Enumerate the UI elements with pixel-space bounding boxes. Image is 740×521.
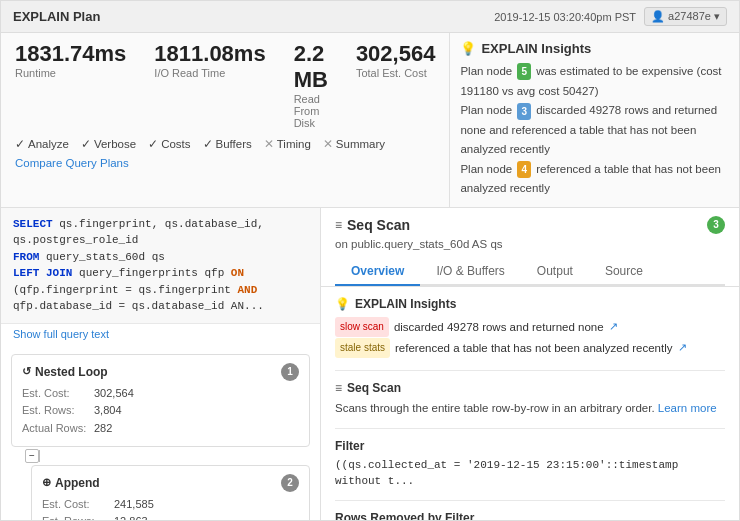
check-timing: ✕ Timing	[264, 137, 311, 151]
checkboxes-row: ✓ Analyze ✓ Verbose ✓ Costs ✓ Buffers	[15, 137, 435, 151]
insight-ext-link-2[interactable]: ↗	[678, 338, 687, 358]
sql-block: SELECT qs.fingerprint, qs.database_id, q…	[1, 208, 320, 324]
right-top: ≡ Seq Scan 3 on public.query_stats_60d A…	[321, 208, 739, 287]
node-nested-loop[interactable]: ↺ Nested Loop 1 Est. Cost:302,564 Est. R…	[11, 354, 310, 447]
show-full-query-link[interactable]: Show full query text	[1, 324, 320, 344]
check-summary: ✕ Summary	[323, 137, 385, 151]
metric-io-read: 1811.08ms I/O Read Time	[154, 41, 265, 129]
node-append[interactable]: ⊕ Append 2 Est. Cost:241,585 Est. Rows:1…	[31, 465, 310, 520]
insight-section: 💡 EXPLAIN Insights slow scan discarded 4…	[335, 297, 725, 358]
expand-btn-1[interactable]: −	[25, 449, 39, 463]
filter-section: Filter ((qs.collected_at = '2019-12-15 2…	[335, 439, 725, 490]
metric-cost: 302,564 Total Est. Cost	[356, 41, 436, 129]
user-badge[interactable]: 👤 a27487e ▾	[644, 7, 727, 26]
tab-overview[interactable]: Overview	[335, 258, 420, 286]
insights-title: 💡 EXPLAIN Insights	[460, 41, 725, 56]
compare-link[interactable]: Compare Query Plans	[15, 157, 129, 169]
rows-removed-title: Rows Removed by Filter	[335, 511, 725, 520]
insight-slow-scan: slow scan	[335, 317, 389, 337]
header-area: 1831.74ms Runtime 1811.08ms I/O Read Tim…	[1, 33, 739, 208]
learn-more-link[interactable]: Learn more	[658, 402, 717, 414]
tree-panel: ↺ Nested Loop 1 Est. Cost:302,564 Est. R…	[1, 344, 320, 520]
filter-value: ((qs.collected_at = '2019-12-15 23:15:00…	[335, 457, 725, 490]
main-content: SELECT qs.fingerprint, qs.database_id, q…	[1, 208, 739, 520]
divider-1	[335, 370, 725, 371]
title-bar-right: 2019-12-15 03:20:40pm PST 👤 a27487e ▾	[494, 7, 727, 26]
insights-body: Plan node 5 was estimated to be expensiv…	[460, 62, 725, 199]
right-body: 💡 EXPLAIN Insights slow scan discarded 4…	[321, 287, 739, 520]
seq-scan-desc: ≡ Seq Scan Scans through the entire tabl…	[335, 381, 725, 417]
check-verbose: ✓ Verbose	[81, 137, 136, 151]
divider-2	[335, 428, 725, 429]
tab-io-buffers[interactable]: I/O & Buffers	[420, 258, 520, 286]
on-line: on public.query_stats_60d AS qs	[335, 234, 725, 258]
metric-disk: 2.2 MB Read From Disk	[294, 41, 328, 129]
check-buffers: ✓ Buffers	[203, 137, 252, 151]
metrics-row: 1831.74ms Runtime 1811.08ms I/O Read Tim…	[15, 41, 435, 129]
seq-scan-icon: ≡	[335, 218, 342, 232]
right-panel: ≡ Seq Scan 3 on public.query_stats_60d A…	[321, 208, 739, 520]
insight-stale-stats: stale stats	[335, 338, 390, 358]
rows-removed-section: Rows Removed by Filter 49278	[335, 511, 725, 520]
tab-bar: Overview I/O & Buffers Output Source	[335, 258, 725, 286]
metric-runtime: 1831.74ms Runtime	[15, 41, 126, 129]
window-title: EXPLAIN Plan	[13, 9, 100, 24]
divider-3	[335, 500, 725, 501]
insight-ext-link-1[interactable]: ↗	[609, 317, 618, 337]
right-table-link[interactable]: public.query_stats_60d	[351, 238, 469, 250]
check-analyze: ✓ Analyze	[15, 137, 69, 151]
tab-source[interactable]: Source	[589, 258, 659, 286]
insights-panel: 💡 EXPLAIN Insights Plan node 5 was estim…	[449, 33, 739, 207]
timestamp: 2019-12-15 03:20:40pm PST	[494, 11, 636, 23]
metrics-area: 1831.74ms Runtime 1811.08ms I/O Read Tim…	[1, 33, 449, 207]
check-costs: ✓ Costs	[148, 137, 190, 151]
left-panel: SELECT qs.fingerprint, qs.database_id, q…	[1, 208, 321, 520]
right-node-badge: 3	[707, 216, 725, 234]
tab-output[interactable]: Output	[521, 258, 589, 286]
title-bar: EXPLAIN Plan 2019-12-15 03:20:40pm PST 👤…	[1, 1, 739, 33]
filter-title: Filter	[335, 439, 725, 453]
